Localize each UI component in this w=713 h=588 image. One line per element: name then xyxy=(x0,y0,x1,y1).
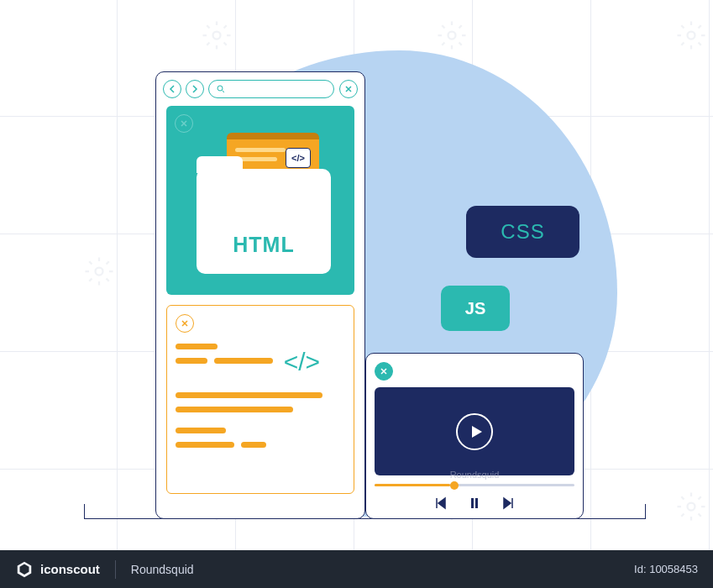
back-button[interactable] xyxy=(163,80,181,98)
js-badge: JS xyxy=(441,286,510,331)
close-button[interactable] xyxy=(339,80,358,98)
video-progress[interactable] xyxy=(375,484,574,486)
js-badge-label: JS xyxy=(465,299,485,318)
brand-logo[interactable]: iconscout xyxy=(15,560,100,579)
watermark-gear-icon xyxy=(84,256,114,286)
css-badge: CSS xyxy=(466,206,579,258)
video-screen[interactable] xyxy=(375,387,574,475)
video-watermark: Roundsquid xyxy=(450,470,500,480)
watermark-gear-icon xyxy=(437,20,467,50)
contributor-link[interactable]: Roundsquid xyxy=(131,563,194,576)
baseline-tick xyxy=(645,504,646,518)
asset-id: Id: 10058453 xyxy=(634,563,698,575)
footer-bar: iconscout Roundsquid Id: 10058453 xyxy=(0,550,713,588)
video-window: Roundsquid xyxy=(365,353,584,519)
svg-point-3 xyxy=(96,268,103,276)
footer-divider xyxy=(115,560,116,579)
browser-window: </> HTML </> xyxy=(155,71,365,519)
baseline-tick xyxy=(84,504,85,518)
svg-rect-13 xyxy=(475,498,478,508)
next-button[interactable] xyxy=(501,496,515,513)
panel-close-icon[interactable] xyxy=(176,314,194,333)
html-panel: </> HTML xyxy=(166,106,354,295)
svg-point-9 xyxy=(688,503,695,511)
code-panel: </> xyxy=(166,305,354,494)
iconscout-logo-icon xyxy=(15,560,34,579)
watermark-gear-icon xyxy=(202,20,232,50)
code-tag-icon: </> xyxy=(286,148,311,168)
svg-point-10 xyxy=(218,86,223,91)
css-badge-label: CSS xyxy=(501,220,544,244)
forward-button[interactable] xyxy=(186,80,204,98)
play-icon xyxy=(469,425,483,438)
panel-close-icon[interactable] xyxy=(175,114,193,133)
search-icon xyxy=(216,84,226,94)
browser-toolbar xyxy=(156,72,364,106)
play-button[interactable] xyxy=(456,413,493,450)
watermark-gear-icon xyxy=(676,491,706,522)
previous-button[interactable] xyxy=(434,496,448,513)
svg-point-2 xyxy=(688,32,695,39)
svg-rect-12 xyxy=(471,498,474,508)
search-input[interactable] xyxy=(208,80,334,98)
brand-name: iconscout xyxy=(40,562,100,576)
svg-point-1 xyxy=(448,32,456,39)
svg-line-11 xyxy=(223,91,225,93)
svg-point-0 xyxy=(213,32,221,39)
watermark-gear-icon xyxy=(676,20,706,50)
folder-icon: HTML xyxy=(197,169,331,274)
pause-button[interactable] xyxy=(468,496,481,513)
code-tag-icon: </> xyxy=(284,348,320,376)
folder-label: HTML xyxy=(197,233,331,257)
close-button[interactable] xyxy=(375,362,393,381)
